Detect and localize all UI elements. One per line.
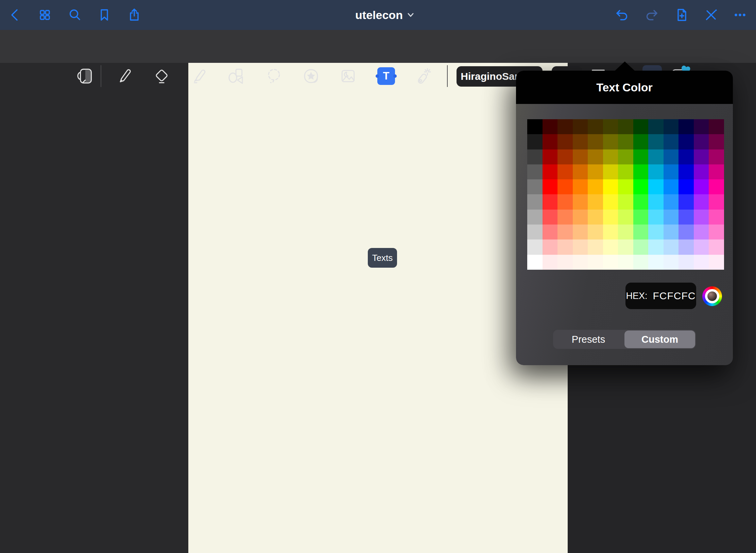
color-swatch[interactable] <box>709 179 724 194</box>
color-swatch[interactable] <box>648 225 664 239</box>
elements-tool[interactable] <box>302 67 321 86</box>
color-swatch[interactable] <box>603 210 618 225</box>
color-swatch[interactable] <box>709 119 724 134</box>
eraser-tool[interactable] <box>152 67 171 86</box>
color-swatch[interactable] <box>664 210 679 225</box>
color-swatch[interactable] <box>648 179 664 194</box>
color-swatch[interactable] <box>618 210 633 225</box>
color-swatch[interactable] <box>709 194 724 209</box>
color-swatch[interactable] <box>633 194 649 209</box>
color-swatch[interactable] <box>603 149 618 164</box>
back-button[interactable] <box>8 7 23 22</box>
color-swatch[interactable] <box>603 194 618 209</box>
color-swatch[interactable] <box>543 194 558 209</box>
color-swatch[interactable] <box>603 225 618 239</box>
color-swatch[interactable] <box>664 119 679 134</box>
color-swatch[interactable] <box>633 164 649 179</box>
add-page-button[interactable] <box>674 7 689 22</box>
color-swatch[interactable] <box>603 164 618 179</box>
color-swatch[interactable] <box>664 149 679 164</box>
color-swatch[interactable] <box>557 179 573 194</box>
hex-input[interactable]: HEX: FCFCFC <box>625 283 696 309</box>
page-thumbnails-button[interactable] <box>37 7 52 22</box>
color-swatch[interactable] <box>557 210 573 225</box>
color-swatch[interactable] <box>527 194 543 209</box>
color-wheel-button[interactable] <box>702 286 722 306</box>
color-swatch[interactable] <box>557 239 573 254</box>
document-page-canvas[interactable] <box>188 63 568 553</box>
color-swatch[interactable] <box>633 210 649 225</box>
color-swatch[interactable] <box>618 255 633 270</box>
color-swatch[interactable] <box>603 119 618 134</box>
pen-tool[interactable] <box>115 67 134 86</box>
color-swatch[interactable] <box>618 239 633 254</box>
color-swatch[interactable] <box>603 255 618 270</box>
color-swatch[interactable] <box>588 179 603 194</box>
color-swatch[interactable] <box>573 210 588 225</box>
color-swatch[interactable] <box>694 194 709 209</box>
color-swatch[interactable] <box>527 239 543 254</box>
color-swatch[interactable] <box>527 179 543 194</box>
shapes-tool[interactable] <box>226 67 245 86</box>
color-swatch[interactable] <box>588 239 603 254</box>
color-swatch[interactable] <box>664 179 679 194</box>
color-swatch[interactable] <box>709 225 724 239</box>
color-swatch[interactable] <box>648 194 664 209</box>
tab-custom[interactable]: Custom <box>624 331 695 348</box>
color-swatch[interactable] <box>678 225 694 239</box>
color-swatch[interactable] <box>633 179 649 194</box>
color-swatch[interactable] <box>527 225 543 239</box>
color-swatch[interactable] <box>603 179 618 194</box>
color-swatch[interactable] <box>527 210 543 225</box>
color-swatch[interactable] <box>557 194 573 209</box>
color-swatch[interactable] <box>543 164 558 179</box>
color-swatch[interactable] <box>618 119 633 134</box>
color-swatch[interactable] <box>664 255 679 270</box>
color-swatch[interactable] <box>678 179 694 194</box>
color-swatch[interactable] <box>573 179 588 194</box>
color-swatch[interactable] <box>588 255 603 270</box>
color-swatch[interactable] <box>648 210 664 225</box>
color-swatch[interactable] <box>678 255 694 270</box>
color-swatch[interactable] <box>664 194 679 209</box>
color-swatch[interactable] <box>648 134 664 149</box>
color-swatch[interactable] <box>648 255 664 270</box>
color-swatch[interactable] <box>543 119 558 134</box>
color-swatch[interactable] <box>694 134 709 149</box>
color-swatch[interactable] <box>543 149 558 164</box>
color-swatch[interactable] <box>618 225 633 239</box>
color-swatch[interactable] <box>664 239 679 254</box>
color-swatch[interactable] <box>557 149 573 164</box>
color-swatch[interactable] <box>709 164 724 179</box>
color-swatch[interactable] <box>603 239 618 254</box>
color-swatch[interactable] <box>588 225 603 239</box>
color-swatch[interactable] <box>573 134 588 149</box>
undo-button[interactable] <box>615 7 630 22</box>
color-swatch[interactable] <box>633 239 649 254</box>
color-swatch[interactable] <box>678 239 694 254</box>
color-swatch[interactable] <box>648 149 664 164</box>
color-swatch[interactable] <box>633 149 649 164</box>
color-swatch[interactable] <box>588 149 603 164</box>
color-swatch[interactable] <box>694 225 709 239</box>
color-swatch[interactable] <box>573 194 588 209</box>
color-swatch[interactable] <box>573 225 588 239</box>
text-tool[interactable]: T <box>377 67 395 85</box>
color-swatch[interactable] <box>694 149 709 164</box>
share-button[interactable] <box>127 7 142 22</box>
color-swatch[interactable] <box>588 164 603 179</box>
image-tool[interactable] <box>339 67 358 86</box>
color-swatch[interactable] <box>633 134 649 149</box>
color-swatch[interactable] <box>543 210 558 225</box>
color-swatch[interactable] <box>588 119 603 134</box>
color-swatch[interactable] <box>557 255 573 270</box>
highlighter-tool[interactable] <box>190 67 209 86</box>
document-title[interactable]: utelecon <box>337 0 432 30</box>
color-swatch[interactable] <box>527 255 543 270</box>
color-swatch[interactable] <box>694 164 709 179</box>
bookmark-button[interactable] <box>97 7 112 22</box>
color-swatch[interactable] <box>588 210 603 225</box>
color-swatch[interactable] <box>633 119 649 134</box>
color-swatch[interactable] <box>648 119 664 134</box>
color-swatch[interactable] <box>678 149 694 164</box>
